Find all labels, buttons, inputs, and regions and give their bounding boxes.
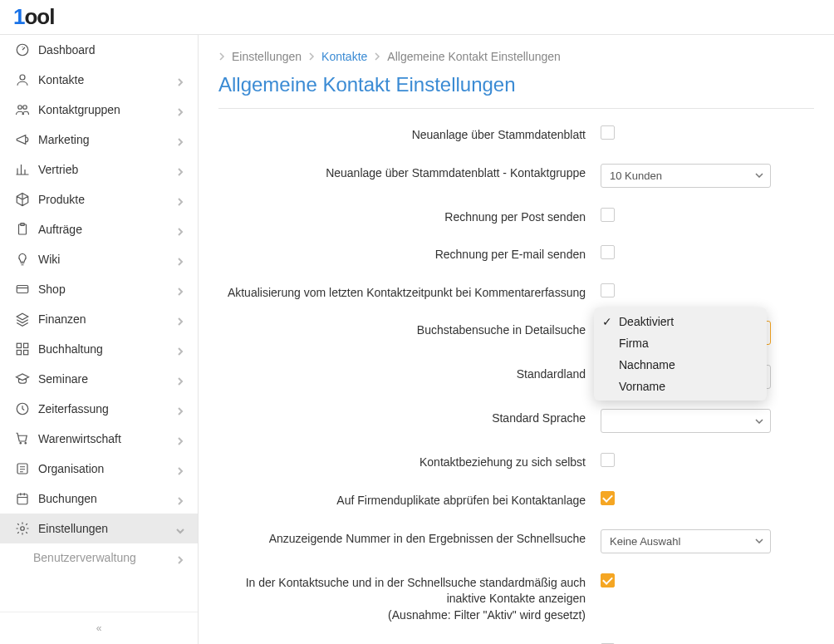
sidebar-item-einstellungen[interactable]: Einstellungen: [0, 514, 198, 543]
form-label: Auf Firmenduplikate abprüfen bei Kontakt…: [218, 491, 601, 509]
sidebar-item-label: Aufträge: [38, 223, 176, 236]
checkbox[interactable]: [601, 245, 615, 259]
select[interactable]: Keine Auswahl: [601, 529, 771, 553]
dropdown-option[interactable]: Deaktiviert: [594, 311, 767, 332]
sidebar-item-buchungen[interactable]: Buchungen: [0, 484, 198, 514]
checkbox[interactable]: [601, 125, 615, 140]
sidebar-item-aufträge[interactable]: Aufträge: [0, 214, 198, 244]
form-label: In der Kontaktsuche und in der Schnellsu…: [218, 573, 601, 624]
sidebar-item-dashboard[interactable]: Dashboard: [0, 35, 198, 65]
chevron-right-icon: [176, 465, 184, 473]
checkbox[interactable]: [601, 453, 615, 467]
sidebar-subitem-benutzerverwaltung[interactable]: Benutzerverwaltung: [0, 543, 198, 572]
sidebar-item-produkte[interactable]: Produkte: [0, 184, 198, 214]
chevron-right-icon: [176, 195, 184, 204]
form-label: Aktualisierung vom letzten Kontaktzeitpu…: [218, 283, 601, 302]
sidebar-item-finanzen[interactable]: Finanzen: [0, 304, 198, 334]
form-row: Neuanlage über Stammdatenblatt: [218, 125, 814, 144]
sidebar-collapse[interactable]: «: [0, 612, 198, 644]
chevron-down-icon: [176, 524, 184, 533]
breadcrumb-item[interactable]: Kontakte: [321, 50, 367, 63]
sidebar-item-label: Warenwirtschaft: [38, 432, 176, 445]
select[interactable]: 10 Kunden: [601, 164, 771, 188]
form-label: Standard Sprache: [218, 409, 601, 427]
chevron-double-left-icon: «: [96, 622, 102, 634]
svg-rect-7: [17, 343, 21, 347]
svg-rect-13: [17, 494, 27, 504]
sidebar-item-label: Produkte: [38, 193, 176, 206]
dropdown-option[interactable]: Vorname: [594, 376, 767, 397]
chevron-right-icon: [176, 165, 184, 174]
form-label: Anzuzeigende Nummer in den Ergebnissen d…: [218, 529, 601, 548]
logo-prefix: 1: [13, 4, 24, 29]
checkbox[interactable]: [601, 208, 615, 222]
form-row: Standard Sprache: [218, 409, 814, 433]
graduation-icon: [15, 371, 30, 386]
form-row: Rechnung per Post senden: [218, 208, 814, 226]
dropdown-option[interactable]: Firma: [594, 332, 767, 354]
sidebar-item-label: Vertrieb: [38, 163, 176, 176]
sidebar-item-kontaktgruppen[interactable]: Kontaktgruppen: [0, 95, 198, 125]
box-icon: [15, 192, 30, 207]
page-title: Allgemeine Kontakt Einstellungen: [218, 73, 814, 96]
sidebar-item-marketing[interactable]: Marketing: [0, 125, 198, 155]
sidebar-item-label: Buchhaltung: [38, 342, 176, 356]
form-label: Standardland: [218, 365, 601, 383]
sidebar-item-label: Einstellungen: [38, 522, 176, 535]
chevron-right-icon: [176, 106, 184, 114]
form-control: [601, 409, 814, 433]
sidebar-item-label: Marketing: [38, 133, 176, 146]
form-row: Anzuzeigende Nummer in den Ergebnissen d…: [218, 529, 814, 553]
sidebar-item-seminare[interactable]: Seminare: [0, 364, 198, 394]
sidebar-item-buchhaltung[interactable]: Buchhaltung: [0, 334, 198, 364]
sidebar-item-label: Zeiterfassung: [38, 402, 176, 415]
checkbox[interactable]: [601, 573, 615, 587]
sidebar-item-vertrieb[interactable]: Vertrieb: [0, 155, 198, 184]
sidebar-item-zeiterfassung[interactable]: Zeiterfassung: [0, 394, 198, 424]
form-row: Kontaktbeziehung zu sich selbst: [218, 453, 814, 471]
dropdown-menu[interactable]: DeaktiviertFirmaNachnameVorname: [594, 307, 767, 401]
form-control: [601, 245, 814, 262]
chevron-right-icon: [308, 50, 315, 63]
main-content: EinstellungenKontakteAllgemeine Kontakt …: [199, 35, 834, 644]
nav-list: Dashboard Kontakte Kontaktgruppen Market…: [0, 35, 198, 612]
sidebar-item-shop[interactable]: Shop: [0, 274, 198, 304]
form-control: [601, 491, 814, 508]
svg-point-14: [21, 527, 25, 531]
sidebar-item-wiki[interactable]: Wiki: [0, 244, 198, 274]
chevron-right-icon: [176, 225, 184, 234]
chevron-right-icon: [176, 375, 184, 383]
chevron-right-icon: [176, 345, 184, 353]
svg-point-1: [20, 75, 25, 80]
select[interactable]: [601, 409, 771, 433]
sidebar-item-organisation[interactable]: Organisation: [0, 454, 198, 484]
chevron-right-icon: [218, 50, 225, 63]
breadcrumb: EinstellungenKontakteAllgemeine Kontakt …: [199, 35, 834, 73]
checkbox[interactable]: [601, 491, 615, 505]
chevron-right-icon: [176, 435, 184, 443]
sidebar-item-label: Dashboard: [38, 43, 184, 57]
form-control: [601, 283, 814, 300]
dropdown-option[interactable]: Nachname: [594, 354, 767, 376]
form-control: 10 Kunden: [601, 164, 814, 188]
sidebar-item-warenwirtschaft[interactable]: Warenwirtschaft: [0, 424, 198, 454]
bulb-icon: [15, 252, 30, 267]
checkbox[interactable]: [601, 283, 615, 297]
app-header: 1ool: [0, 0, 834, 35]
sidebar-item-label: Shop: [38, 283, 176, 296]
svg-rect-9: [17, 351, 21, 355]
calendar-icon: [15, 491, 30, 506]
svg-rect-6: [17, 286, 28, 293]
gauge-icon: [15, 42, 30, 57]
sidebar-item-kontakte[interactable]: Kontakte: [0, 65, 198, 95]
card-icon: [15, 282, 30, 297]
sidebar: Dashboard Kontakte Kontaktgruppen Market…: [0, 35, 199, 644]
form-row: In der Kontaktsuche und in der Schnellsu…: [218, 573, 814, 624]
megaphone-icon: [15, 132, 30, 147]
chart-icon: [15, 162, 30, 177]
form-control: Keine Auswahl: [601, 529, 814, 553]
clock-icon: [15, 401, 30, 416]
grid-icon: [15, 342, 30, 356]
form-label: Neuanlage über Stammdatenblatt - Kontakt…: [218, 164, 601, 182]
chevron-right-icon: [176, 255, 184, 263]
